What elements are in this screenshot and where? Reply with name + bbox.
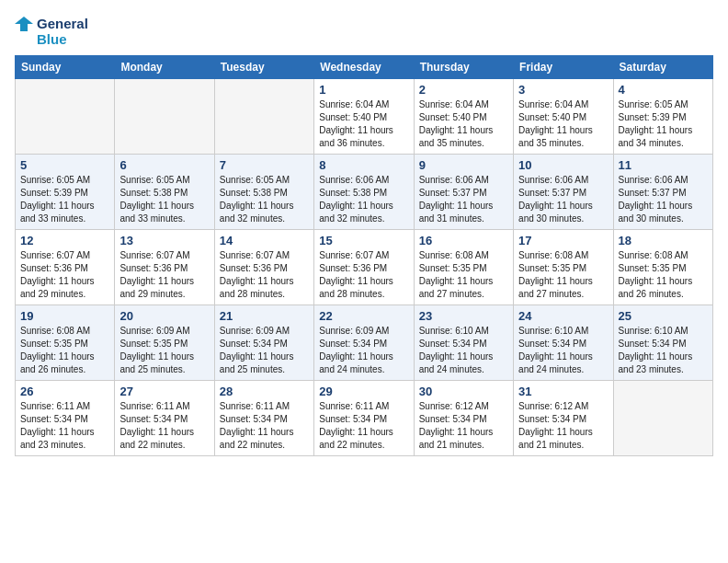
day-number: 19 [20,309,109,323]
day-number: 11 [619,158,708,172]
day-info: Sunrise: 6:05 AM Sunset: 5:39 PM Dayligh… [20,174,109,225]
day-info: Sunrise: 6:06 AM Sunset: 5:37 PM Dayligh… [518,174,608,225]
logo-graphic: General Blue [15,15,88,48]
calendar-day-cell: 9Sunrise: 6:06 AM Sunset: 5:37 PM Daylig… [414,155,513,230]
day-info: Sunrise: 6:04 AM Sunset: 5:40 PM Dayligh… [319,98,408,150]
day-info: Sunrise: 6:09 AM Sunset: 5:34 PM Dayligh… [220,325,309,376]
day-info: Sunrise: 6:08 AM Sunset: 5:35 PM Dayligh… [20,325,109,376]
calendar-week-row: 12Sunrise: 6:07 AM Sunset: 5:36 PM Dayli… [16,230,713,305]
calendar-day-cell: 16Sunrise: 6:08 AM Sunset: 5:35 PM Dayli… [414,230,513,305]
day-number: 30 [419,385,508,398]
day-number: 20 [119,309,209,323]
day-number: 18 [619,234,708,247]
day-info: Sunrise: 6:07 AM Sunset: 5:36 PM Dayligh… [119,249,209,301]
day-info: Sunrise: 6:04 AM Sunset: 5:40 PM Dayligh… [419,98,508,150]
day-info: Sunrise: 6:10 AM Sunset: 5:34 PM Dayligh… [419,325,508,376]
day-info: Sunrise: 6:09 AM Sunset: 5:35 PM Dayligh… [119,325,209,376]
weekday-header: Tuesday [214,56,313,79]
day-info: Sunrise: 6:11 AM Sunset: 5:34 PM Dayligh… [119,400,209,452]
day-number: 5 [20,158,109,172]
calendar-day-cell: 11Sunrise: 6:06 AM Sunset: 5:37 PM Dayli… [613,155,712,230]
calendar-day-cell: 28Sunrise: 6:11 AM Sunset: 5:34 PM Dayli… [214,381,313,456]
calendar-week-row: 1Sunrise: 6:04 AM Sunset: 5:40 PM Daylig… [16,79,713,155]
day-number: 12 [20,234,109,247]
calendar-day-cell: 2Sunrise: 6:04 AM Sunset: 5:40 PM Daylig… [414,79,513,155]
calendar-day-cell: 30Sunrise: 6:12 AM Sunset: 5:34 PM Dayli… [414,381,513,456]
calendar-day-cell: 7Sunrise: 6:05 AM Sunset: 5:38 PM Daylig… [214,155,313,230]
day-info: Sunrise: 6:10 AM Sunset: 5:34 PM Dayligh… [518,325,608,376]
day-info: Sunrise: 6:07 AM Sunset: 5:36 PM Dayligh… [220,249,309,301]
day-number: 23 [419,309,508,323]
day-number: 16 [419,234,508,247]
day-number: 13 [119,234,209,247]
calendar-day-cell: 12Sunrise: 6:07 AM Sunset: 5:36 PM Dayli… [16,230,115,305]
day-number: 15 [319,234,408,247]
calendar-day-cell: 25Sunrise: 6:10 AM Sunset: 5:34 PM Dayli… [613,305,712,381]
day-info: Sunrise: 6:06 AM Sunset: 5:38 PM Dayligh… [319,174,408,225]
day-info: Sunrise: 6:11 AM Sunset: 5:34 PM Dayligh… [220,400,309,452]
day-number: 9 [419,158,508,172]
day-number: 24 [518,309,608,323]
calendar-table: SundayMondayTuesdayWednesdayThursdayFrid… [15,55,713,456]
day-number: 7 [220,158,309,172]
calendar-day-cell: 27Sunrise: 6:11 AM Sunset: 5:34 PM Dayli… [115,381,214,456]
day-info: Sunrise: 6:06 AM Sunset: 5:37 PM Dayligh… [419,174,508,225]
calendar-day-cell: 3Sunrise: 6:04 AM Sunset: 5:40 PM Daylig… [514,79,613,155]
day-info: Sunrise: 6:06 AM Sunset: 5:37 PM Dayligh… [619,174,708,225]
weekday-header: Thursday [414,56,513,79]
day-number: 2 [419,83,508,97]
day-info: Sunrise: 6:10 AM Sunset: 5:34 PM Dayligh… [619,325,708,376]
calendar-day-cell [16,79,115,155]
calendar-day-cell: 29Sunrise: 6:11 AM Sunset: 5:34 PM Dayli… [314,381,414,456]
day-number: 6 [119,158,209,172]
day-info: Sunrise: 6:11 AM Sunset: 5:34 PM Dayligh… [20,400,109,452]
calendar-day-cell: 24Sunrise: 6:10 AM Sunset: 5:34 PM Dayli… [514,305,613,381]
day-info: Sunrise: 6:07 AM Sunset: 5:36 PM Dayligh… [319,249,408,301]
day-number: 3 [518,83,608,97]
day-number: 26 [20,385,109,398]
calendar-day-cell: 18Sunrise: 6:08 AM Sunset: 5:35 PM Dayli… [613,230,712,305]
weekday-header: Sunday [16,56,115,79]
day-info: Sunrise: 6:05 AM Sunset: 5:38 PM Dayligh… [220,174,309,225]
logo-line1: General [37,16,88,31]
calendar-day-cell: 23Sunrise: 6:10 AM Sunset: 5:34 PM Dayli… [414,305,513,381]
calendar-day-cell: 20Sunrise: 6:09 AM Sunset: 5:35 PM Dayli… [115,305,214,381]
day-number: 25 [619,309,708,323]
logo: General Blue [15,15,88,48]
calendar-day-cell: 5Sunrise: 6:05 AM Sunset: 5:39 PM Daylig… [16,155,115,230]
day-number: 22 [319,309,408,323]
svg-marker-0 [15,17,33,31]
day-number: 21 [220,309,309,323]
weekday-header: Friday [514,56,613,79]
calendar-day-cell: 26Sunrise: 6:11 AM Sunset: 5:34 PM Dayli… [16,381,115,456]
day-info: Sunrise: 6:05 AM Sunset: 5:39 PM Dayligh… [619,98,708,150]
logo-line2: Blue [37,31,88,47]
day-number: 8 [319,158,408,172]
day-number: 29 [319,385,408,398]
calendar-day-cell: 13Sunrise: 6:07 AM Sunset: 5:36 PM Dayli… [115,230,214,305]
calendar-day-cell: 22Sunrise: 6:09 AM Sunset: 5:34 PM Dayli… [314,305,414,381]
calendar-day-cell [214,79,313,155]
weekday-header: Wednesday [314,56,414,79]
day-info: Sunrise: 6:11 AM Sunset: 5:34 PM Dayligh… [319,400,408,452]
day-info: Sunrise: 6:08 AM Sunset: 5:35 PM Dayligh… [419,249,508,301]
day-number: 28 [220,385,309,398]
calendar-day-cell: 10Sunrise: 6:06 AM Sunset: 5:37 PM Dayli… [514,155,613,230]
calendar-week-row: 19Sunrise: 6:08 AM Sunset: 5:35 PM Dayli… [16,305,713,381]
day-number: 1 [319,83,408,97]
page-header: General Blue [15,15,713,48]
calendar-week-row: 5Sunrise: 6:05 AM Sunset: 5:39 PM Daylig… [16,155,713,230]
logo-icon [15,15,33,48]
calendar-day-cell: 6Sunrise: 6:05 AM Sunset: 5:38 PM Daylig… [115,155,214,230]
day-info: Sunrise: 6:04 AM Sunset: 5:40 PM Dayligh… [518,98,608,150]
day-info: Sunrise: 6:08 AM Sunset: 5:35 PM Dayligh… [518,249,608,301]
calendar-week-row: 26Sunrise: 6:11 AM Sunset: 5:34 PM Dayli… [16,381,713,456]
calendar-day-cell: 17Sunrise: 6:08 AM Sunset: 5:35 PM Dayli… [514,230,613,305]
calendar-day-cell: 14Sunrise: 6:07 AM Sunset: 5:36 PM Dayli… [214,230,313,305]
day-info: Sunrise: 6:12 AM Sunset: 5:34 PM Dayligh… [518,400,608,452]
weekday-header: Monday [115,56,214,79]
calendar-day-cell: 1Sunrise: 6:04 AM Sunset: 5:40 PM Daylig… [314,79,414,155]
calendar-day-cell: 4Sunrise: 6:05 AM Sunset: 5:39 PM Daylig… [613,79,712,155]
day-info: Sunrise: 6:05 AM Sunset: 5:38 PM Dayligh… [119,174,209,225]
day-number: 27 [119,385,209,398]
